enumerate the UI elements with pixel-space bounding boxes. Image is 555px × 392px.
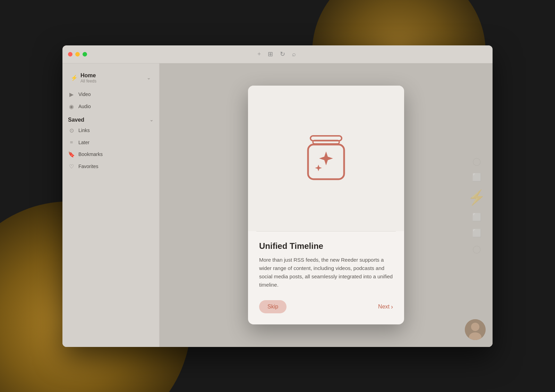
search-button[interactable]: ⌕ — [292, 51, 296, 58]
sidebar-audio-label: Audio — [78, 104, 91, 109]
sidebar-saved-label: Saved — [68, 117, 84, 123]
add-button[interactable]: + — [257, 51, 261, 58]
sidebar-item-favorites[interactable]: ♡ Favorites — [62, 160, 159, 173]
sidebar: ⚡ Home All feeds ⌄ ▶ Video ◉ Audio — [62, 63, 160, 347]
right-panel: ◯ ⬜ ⚡ ⬜ ⬜ ◯ — [160, 63, 493, 347]
sidebar-toggle-button[interactable]: ⊞ — [268, 50, 273, 58]
minimize-button[interactable] — [75, 52, 80, 56]
sidebar-bookmarks-label: Bookmarks — [78, 151, 103, 157]
sidebar-saved-header[interactable]: Saved ⌄ — [62, 113, 159, 124]
links-icon: ⊙ — [68, 127, 75, 134]
app-window: + ⊞ ↻ ⌕ ⚡ Home All feeds ⌄ — [62, 45, 493, 347]
app-body: ⚡ Home All feeds ⌄ ▶ Video ◉ Audio — [62, 63, 493, 347]
sidebar-video-label: Video — [78, 92, 91, 97]
sidebar-item-bookmarks[interactable]: 🔖 Bookmarks — [62, 148, 159, 160]
sidebar-links-label: Links — [78, 128, 90, 133]
modal-content: Unified Timeline More than just RSS feed… — [248, 232, 404, 300]
traffic-lights — [68, 52, 87, 56]
later-icon: ≡ — [68, 139, 75, 146]
audio-icon: ◉ — [68, 103, 75, 110]
sidebar-home-label: Home — [80, 72, 96, 79]
onboarding-modal: Unified Timeline More than just RSS feed… — [248, 86, 404, 324]
bookmarks-icon: 🔖 — [68, 151, 75, 158]
sidebar-later-label: Later — [78, 140, 89, 145]
saved-chevron-down-icon: ⌄ — [150, 117, 154, 123]
modal-title: Unified Timeline — [259, 241, 393, 251]
chevron-down-icon: ⌄ — [147, 75, 151, 81]
modal-description: More than just RSS feeds, the new Reeder… — [259, 256, 393, 289]
sidebar-item-later[interactable]: ≡ Later — [62, 137, 159, 148]
sidebar-favorites-label: Favorites — [78, 164, 99, 169]
modal-overlay: Unified Timeline More than just RSS feed… — [160, 63, 493, 347]
svg-rect-4 — [313, 140, 339, 144]
title-bar-actions: + ⊞ ↻ ⌕ — [257, 50, 296, 58]
reeder-icon-container — [291, 124, 361, 193]
skip-button[interactable]: Skip — [259, 300, 287, 313]
modal-footer: Skip Next › — [248, 300, 404, 324]
refresh-button[interactable]: ↻ — [280, 50, 285, 58]
video-icon: ▶ — [68, 91, 75, 98]
sidebar-item-audio[interactable]: ◉ Audio — [62, 101, 159, 113]
sidebar-home-header[interactable]: ⚡ Home All feeds ⌄ — [68, 70, 154, 86]
next-button[interactable]: Next › — [378, 303, 393, 311]
favorites-icon: ♡ — [68, 163, 75, 170]
lightning-icon: ⚡ — [71, 75, 78, 81]
next-button-label: Next — [378, 304, 390, 310]
maximize-button[interactable] — [83, 52, 87, 56]
reeder-app-icon — [291, 124, 361, 193]
next-chevron-icon: › — [391, 303, 393, 311]
sidebar-home-section: ⚡ Home All feeds ⌄ — [62, 70, 159, 86]
sidebar-item-links[interactable]: ⊙ Links — [62, 124, 159, 137]
sidebar-home-sublabel: All feeds — [80, 79, 96, 84]
close-button[interactable] — [68, 52, 72, 56]
sidebar-home-header-left: ⚡ Home All feeds — [71, 72, 96, 84]
sidebar-home-text: Home All feeds — [80, 72, 96, 84]
title-bar: + ⊞ ↻ ⌕ — [62, 45, 493, 63]
sidebar-item-video[interactable]: ▶ Video — [62, 88, 159, 101]
modal-illustration — [248, 86, 404, 231]
